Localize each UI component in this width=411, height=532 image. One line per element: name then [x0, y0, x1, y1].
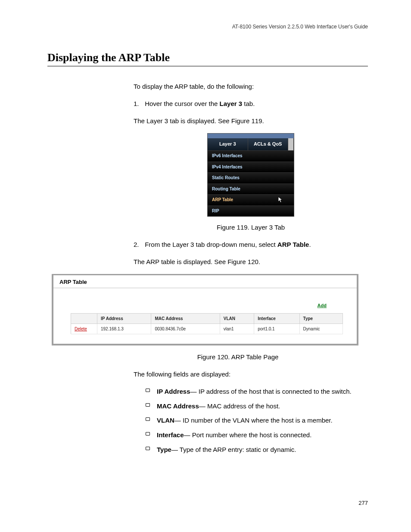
cell-delete: Delete: [71, 324, 97, 334]
col-actions: [71, 314, 97, 324]
cell-vlan: vlan1: [220, 324, 254, 334]
step-1-bold: Layer 3: [220, 100, 243, 107]
menu-ipv6-interfaces[interactable]: IPv6 Interfaces: [208, 150, 294, 162]
field-iface-desc: — Port number where the host is connecte…: [184, 431, 312, 439]
col-mac: MAC Address: [151, 314, 220, 324]
list-item: MAC Address— MAC address of the host.: [146, 401, 368, 411]
add-row: Add: [53, 288, 357, 313]
step-1-post: tab.: [242, 100, 255, 107]
list-item: IP Address— IP address of the host that …: [146, 387, 368, 396]
fig119-topbar: [208, 134, 294, 138]
menu-rip[interactable]: RIP: [208, 205, 294, 217]
col-ip: IP Address: [97, 314, 151, 324]
delete-link[interactable]: Delete: [75, 327, 87, 331]
page-number: 277: [358, 500, 368, 506]
cell-type: Dynamic: [299, 324, 342, 334]
bullet-icon: [146, 432, 150, 436]
field-iface-label: Interface: [157, 431, 184, 439]
field-mac-desc: — MAC address of the host.: [199, 402, 280, 410]
menu-static-routes[interactable]: Static Routes: [208, 172, 294, 184]
step-2-number: 2.: [134, 240, 143, 249]
fig119-tabs: Layer 3 ACLs & QoS: [208, 138, 294, 150]
step-1: 1. Hover the cursor over the Layer 3 tab…: [134, 99, 368, 109]
field-vlan-label: VLAN: [157, 417, 174, 424]
menu-arp-table[interactable]: ARP Table: [208, 194, 294, 205]
step-2-post: .: [309, 241, 311, 248]
field-vlan-desc: — ID number of the VLAN where the host i…: [174, 417, 333, 424]
tab-layer3[interactable]: Layer 3: [208, 138, 248, 150]
menu-arp-table-label: ARP Table: [212, 197, 233, 202]
page: AT-8100 Series Version 2.2.5.0 Web Inter…: [0, 0, 411, 532]
figure-119: Layer 3 ACLs & QoS IPv6 Interfaces IPv4 …: [207, 133, 294, 217]
cell-mac: 0030.8436.7c0e: [151, 324, 220, 334]
figure-120: ARP Table Add IP Address MAC Address VLA…: [52, 274, 358, 345]
cursor-icon: [277, 196, 283, 206]
field-mac-label: MAC Address: [157, 402, 199, 410]
step-1-followup: The Layer 3 tab is displayed. See Figure…: [134, 116, 368, 126]
step-2-bold: ARP Table: [277, 241, 309, 248]
add-link[interactable]: Add: [318, 303, 327, 308]
running-header: AT-8100 Series Version 2.2.5.0 Web Inter…: [47, 24, 368, 30]
list-item: VLAN— ID number of the VLAN where the ho…: [146, 416, 368, 425]
section-title: Displaying the ARP Table: [47, 51, 368, 66]
step-2-text: From the Layer 3 tab drop-down menu, sel…: [145, 241, 311, 248]
cell-interface: port1.0.1: [254, 324, 299, 334]
menu-routing-table[interactable]: Routing Table: [208, 184, 294, 195]
field-type-desc: — Type of the ARP entry: static or dynam…: [171, 446, 296, 453]
arp-table-header-row: IP Address MAC Address VLAN Interface Ty…: [71, 314, 343, 324]
arp-table: IP Address MAC Address VLAN Interface Ty…: [71, 313, 343, 334]
bullet-icon: [146, 403, 150, 407]
field-ip-desc: — IP address of the host that is connect…: [190, 388, 352, 395]
fields-intro: The following fields are displayed:: [134, 370, 368, 379]
figure-119-caption: Figure 119. Layer 3 Tab: [134, 223, 368, 232]
step-1-pre: Hover the cursor over the: [145, 100, 219, 107]
arp-table-panel-title: ARP Table: [53, 275, 357, 288]
step-2-followup: The ARP table is displayed. See Figure 1…: [134, 257, 368, 267]
step-2-pre: From the Layer 3 tab drop-down menu, sel…: [145, 241, 277, 248]
tab-acls-qos[interactable]: ACLs & QoS: [248, 138, 289, 150]
col-vlan: VLAN: [220, 314, 254, 324]
figure-120-caption: Figure 120. ARP Table Page: [108, 352, 368, 362]
cell-ip: 192.168.1.3: [97, 324, 151, 334]
col-type: Type: [299, 314, 342, 324]
field-type-label: Type: [157, 446, 171, 453]
list-item: Interface— Port number where the host is…: [146, 430, 368, 440]
field-ip-label: IP Address: [157, 388, 190, 395]
table-row: Delete 192.168.1.3 0030.8436.7c0e vlan1 …: [71, 324, 343, 334]
intro-text: To display the ARP table, do the followi…: [134, 82, 368, 91]
col-interface: Interface: [254, 314, 299, 324]
step-1-text: Hover the cursor over the Layer 3 tab.: [145, 100, 255, 107]
list-item: Type— Type of the ARP entry: static or d…: [146, 445, 368, 454]
bullet-icon: [146, 417, 150, 421]
step-1-number: 1.: [134, 99, 143, 109]
menu-ipv4-interfaces[interactable]: IPv4 Interfaces: [208, 162, 294, 173]
body-column-2: Figure 120. ARP Table Page The following…: [134, 352, 368, 454]
field-list: IP Address— IP address of the host that …: [146, 387, 368, 454]
bullet-icon: [146, 447, 150, 450]
figure-120-wrap: ARP Table Add IP Address MAC Address VLA…: [47, 274, 368, 345]
body-column: To display the ARP table, do the followi…: [134, 82, 368, 266]
step-2: 2. From the Layer 3 tab drop-down menu, …: [134, 240, 368, 249]
bullet-icon: [146, 389, 150, 392]
tab-edge: [288, 138, 294, 150]
